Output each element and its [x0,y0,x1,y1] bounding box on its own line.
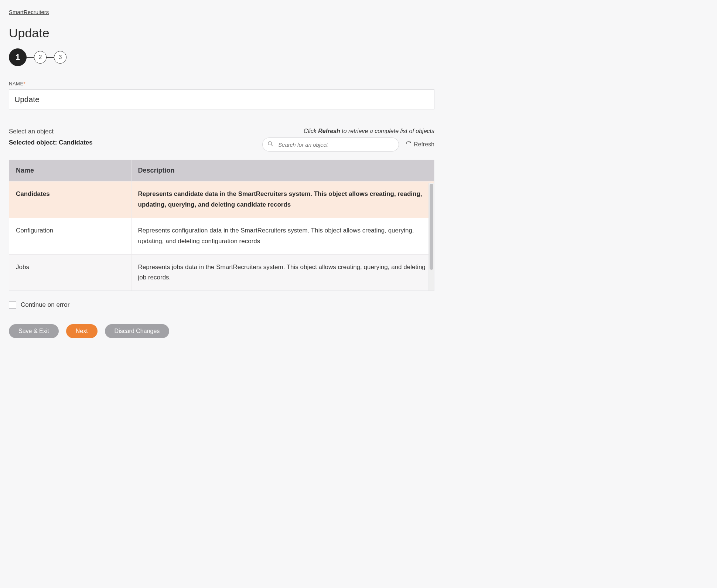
discard-changes-button[interactable]: Discard Changes [105,324,170,338]
svg-point-0 [268,142,272,145]
cell-name: Configuration [9,218,131,254]
select-object-label: Select an object [9,128,258,135]
refresh-icon [406,141,412,148]
cell-description: Represents candidate data in the SmartRe… [131,181,434,218]
table-row[interactable]: Configuration Represents configuration d… [9,218,434,254]
table-row[interactable]: Jobs Represents jobs data in the SmartRe… [9,254,434,290]
required-indicator: * [24,81,26,86]
stepper: 1 2 3 [9,48,434,66]
cell-description: Represents jobs data in the SmartRecruit… [131,254,434,290]
breadcrumb-smartrecruiters[interactable]: SmartRecruiters [9,9,49,15]
name-field-label: NAME* [9,81,434,86]
page-title: Update [9,26,434,40]
search-input[interactable] [262,137,399,152]
cell-description: Represents configuration data in the Sma… [131,218,434,254]
column-header-description[interactable]: Description [131,160,434,181]
save-exit-button[interactable]: Save & Exit [9,324,59,338]
table-row[interactable]: Candidates Represents candidate data in … [9,181,434,218]
column-header-name[interactable]: Name [9,160,131,181]
continue-on-error-checkbox[interactable] [9,301,16,309]
refresh-hint: Click Refresh to retrieve a complete lis… [262,128,434,135]
cell-name: Candidates [9,181,131,218]
step-2[interactable]: 2 [34,51,47,64]
step-connector [47,57,54,58]
scrollbar-track[interactable] [429,183,434,290]
refresh-label: Refresh [414,141,434,148]
name-input[interactable] [9,89,434,109]
scrollbar-thumb[interactable] [430,184,433,270]
svg-line-1 [271,145,273,146]
object-table: Name Description Candidates Represents c… [9,160,434,291]
refresh-button[interactable]: Refresh [406,141,434,148]
continue-on-error-label: Continue on error [21,301,69,309]
step-connector [27,57,34,58]
search-icon [267,141,273,148]
cell-name: Jobs [9,254,131,290]
step-1[interactable]: 1 [9,48,27,66]
selected-object: Selected object: Candidates [9,139,258,146]
next-button[interactable]: Next [66,324,98,338]
step-3[interactable]: 3 [54,51,66,64]
